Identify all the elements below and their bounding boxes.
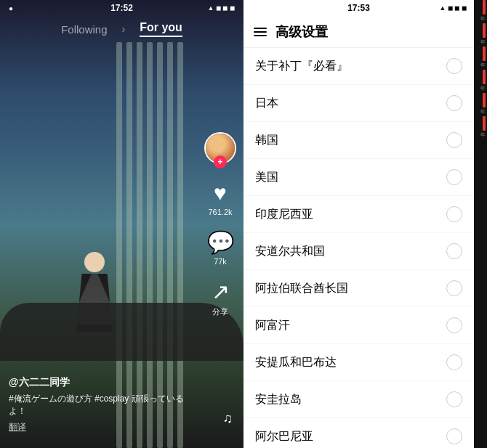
settings-item-label: 韩国 <box>255 133 278 148</box>
hamburger-line-2 <box>254 31 267 33</box>
settings-radio-button[interactable] <box>446 280 462 296</box>
settings-item-label: 关于补丁『必看』 <box>255 59 348 74</box>
post-description: #俺流ゲームの遊び方 #cosplay 頑張っているよ！ <box>9 393 193 418</box>
side-item-2: 年 <box>474 15 487 23</box>
bottom-info: @六二二同学 #俺流ゲームの遊び方 #cosplay 頑張っているよ！ 翻译 <box>9 376 193 433</box>
side-item-12: 年 <box>474 131 487 139</box>
tab-following[interactable]: Following <box>61 23 107 36</box>
settings-item[interactable]: 印度尼西亚 <box>244 196 474 233</box>
side-item-11 <box>474 116 487 131</box>
settings-item-label: 阿富汗 <box>255 318 290 333</box>
follow-plus-badge[interactable]: + <box>214 155 227 168</box>
settings-item[interactable]: 安提瓜和巴布达 <box>244 344 474 381</box>
share-label: 分享 <box>212 306 228 317</box>
settings-item-label: 阿尔巴尼亚 <box>255 429 313 444</box>
like-count: 761.2k <box>208 208 232 216</box>
settings-item[interactable]: 美国 <box>244 159 474 196</box>
settings-item-label: 安提瓜和巴布达 <box>255 355 337 370</box>
side-item-1 <box>474 0 487 15</box>
comment-count: 77k <box>214 257 227 266</box>
settings-item-label: 印度尼西亚 <box>255 207 313 222</box>
side-item-10: 年 <box>474 108 487 115</box>
avatar-container[interactable]: + <box>204 132 236 164</box>
side-item-6: 年 <box>474 62 487 69</box>
hamburger-line-3 <box>254 35 267 36</box>
side-item-4: 年 <box>474 38 487 46</box>
translate-button[interactable]: 翻译 <box>9 421 193 433</box>
status-icons-right: ▲ ◼ ◼ ◼ <box>208 4 235 12</box>
nav-tabs: Following › For you <box>0 16 244 42</box>
like-button[interactable]: ♥ 761.2k <box>208 181 232 216</box>
side-item-3 <box>474 23 487 38</box>
settings-radio-button[interactable] <box>446 132 462 148</box>
settings-radio-button[interactable] <box>446 95 462 111</box>
nav-separator: › <box>122 23 126 35</box>
settings-item[interactable]: 安圭拉岛 <box>244 381 474 418</box>
settings-item-label: 安道尔共和国 <box>255 244 325 259</box>
comment-button[interactable]: 💬 77k <box>207 229 234 266</box>
settings-item[interactable]: 日本 <box>244 85 474 122</box>
tab-for-you[interactable]: For you <box>140 21 182 37</box>
comment-icon: 💬 <box>207 229 234 255</box>
right-panel: 年 年 年 年 年 年 17:53 ▲ ◼ ◼ ◼ 高级设置 <box>244 0 487 448</box>
settings-item[interactable]: 关于补丁『必看』 <box>244 48 474 85</box>
settings-item-label: 美国 <box>255 170 278 185</box>
heart-icon: ♥ <box>214 181 227 205</box>
settings-title: 高级设置 <box>275 23 328 41</box>
settings-item[interactable]: 安道尔共和国 <box>244 233 474 270</box>
settings-item[interactable]: 阿尔巴尼亚 <box>244 418 474 448</box>
settings-radio-button[interactable] <box>446 206 462 222</box>
hamburger-menu-icon[interactable] <box>254 28 267 36</box>
username[interactable]: @六二二同学 <box>9 376 193 389</box>
share-button[interactable]: ↗ 分享 <box>212 279 230 317</box>
settings-item-label: 日本 <box>255 96 278 111</box>
side-indicators: 年 年 年 年 年 年 <box>474 0 487 448</box>
settings-radio-button[interactable] <box>446 243 462 259</box>
settings-panel: 17:53 ▲ ◼ ◼ ◼ 高级设置 关于补丁『必看』日本韩国美国印度尼西亚安道… <box>244 0 474 448</box>
status-icons-left: ● <box>9 4 13 12</box>
settings-item[interactable]: 阿拉伯联合酋长国 <box>244 270 474 307</box>
settings-radio-button[interactable] <box>446 354 462 370</box>
time-left: 17:52 <box>110 3 133 13</box>
settings-item-label: 安圭拉岛 <box>255 392 302 407</box>
settings-header: 高级设置 <box>244 16 474 48</box>
settings-radio-button[interactable] <box>446 428 462 444</box>
music-icon: ♫ <box>223 411 233 426</box>
side-item-5 <box>474 46 487 61</box>
settings-radio-button[interactable] <box>446 317 462 333</box>
time-right: 17:53 <box>347 3 370 13</box>
right-actions: + ♥ 761.2k 💬 77k ↗ 分享 <box>204 132 236 317</box>
settings-item[interactable]: 韩国 <box>244 122 474 159</box>
hamburger-line-1 <box>254 28 267 29</box>
settings-radio-button[interactable] <box>446 58 462 74</box>
settings-list: 关于补丁『必看』日本韩国美国印度尼西亚安道尔共和国阿拉伯联合酋长国阿富汗安提瓜和… <box>244 48 474 448</box>
settings-radio-button[interactable] <box>446 391 462 407</box>
settings-radio-button[interactable] <box>446 169 462 185</box>
settings-item[interactable]: 阿富汗 <box>244 307 474 344</box>
share-icon: ↗ <box>212 279 230 304</box>
settings-item-label: 阿拉伯联合酋长国 <box>255 281 348 296</box>
side-item-7 <box>474 70 487 84</box>
left-panel: ● 17:52 ▲ ◼ ◼ ◼ Following › For you + ♥ … <box>0 0 244 448</box>
status-bar-left: ● 17:52 ▲ ◼ ◼ ◼ <box>0 0 244 16</box>
status-bar-right: 17:53 ▲ ◼ ◼ ◼ <box>244 0 474 16</box>
side-item-8: 年 <box>474 85 487 92</box>
side-item-9 <box>474 93 487 107</box>
